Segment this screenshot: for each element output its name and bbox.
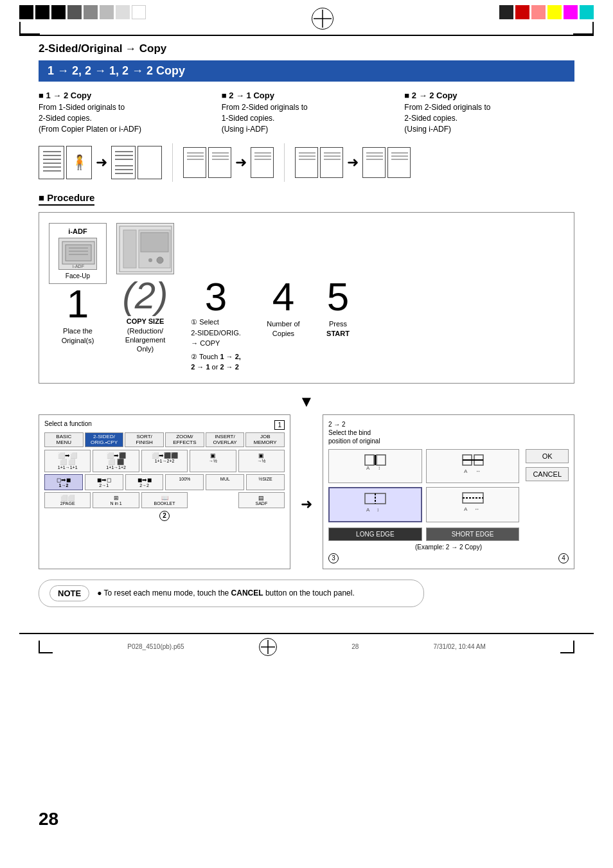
btn-halfsize[interactable]: ½SIZE [246, 474, 285, 490]
btn-nin1[interactable]: ⊞ N in 1 [93, 492, 139, 508]
big-arrow-2: ➜ [235, 154, 247, 171]
doc-output-1a [111, 146, 136, 179]
panel1-title: Select a function [44, 420, 92, 427]
face-up-label: Face-Up [56, 272, 100, 279]
svg-text:A: A [366, 507, 370, 513]
short-edge-btn[interactable]: SHORT EDGE [426, 527, 520, 541]
color-sq-red [515, 5, 529, 19]
panel2-example: (Example: 2 → 2 Copy) [328, 544, 569, 551]
iadf-drawing: i-ADF [58, 238, 97, 270]
panel-2: 2 → 2Select the bindposition of original… [323, 414, 574, 569]
step-3-number: 3 [205, 277, 227, 317]
copy-type-3: ■ 2 → 2 Copy From 2-Sided originals to2-… [404, 91, 574, 134]
panel-arrow: ➜ [301, 414, 312, 569]
btn-sadf[interactable]: ▤ SADF [238, 492, 285, 508]
section-title: 2-Sided/Original → Copy [39, 42, 574, 55]
step-5: 5 PressSTART [315, 223, 360, 338]
btn-2page[interactable]: ⬜⬜ 2PAGE [44, 492, 91, 508]
separator-1 [172, 143, 173, 182]
doc-2to2-out2 [387, 147, 411, 178]
bind-opt-a-vert-left[interactable]: A ↕ [328, 487, 422, 522]
copy-type-3-desc: From 2-Sided originals to2-Sided copies.… [404, 102, 574, 134]
btn-1to2[interactable]: ◻➡◼ 1→2 [44, 474, 83, 490]
footer-right: 7/31/02, 10:44 AM [434, 643, 486, 650]
doc-2to2-out1 [362, 147, 386, 178]
copy-type-2-desc: From 2-Sided originals to1-Sided copies.… [222, 102, 392, 134]
color-sq-pink [531, 5, 546, 19]
color-sq-cyan [580, 5, 594, 19]
menu-insertion[interactable]: INSERT/OVERLAY [206, 432, 245, 448]
diagram-2to1: ➜ [183, 147, 274, 178]
bind-opt-a-horiz[interactable]: A ↔ [426, 487, 520, 522]
btn-2to1[interactable]: ◼➡◻ 2→1 [85, 474, 123, 490]
btn-100pct[interactable]: 100% [165, 474, 204, 490]
menu-job[interactable]: JOBMEMORY [245, 432, 285, 448]
btn-1plus1-to-1plus1[interactable]: ⬜➡⬜⬜ ⬜ 1+1→1+1 [44, 450, 91, 472]
bind-opt-al[interactable]: A ↕ [328, 449, 422, 483]
white-sq [132, 5, 146, 19]
panel1-counter: 1 [274, 420, 285, 430]
step-3: 3 ① Select2-SIDED/ORIG.→ COPY ② Touch 1 … [181, 223, 251, 373]
footer-center: 28 [351, 643, 359, 650]
step-2-number: (2) [123, 277, 168, 314]
step-4-desc: Number ofCopies [267, 319, 299, 338]
big-arrow-3: ➜ [347, 154, 359, 171]
step-5-number: 5 [327, 277, 349, 317]
grid-row-2: ◻➡◼ 1→2 ◼➡◻ 2→1 ◼➡◼ 2→2 100% MUL [44, 474, 285, 490]
svg-text:A: A [464, 468, 468, 474]
menu-zoom[interactable]: ZOOM/EFFECTS [165, 432, 204, 448]
svg-rect-36 [66, 245, 91, 261]
step-1: i-ADF i-ADF Face-Up 1 Place theOriginal(… [46, 223, 110, 345]
step-4-number: 4 [272, 277, 294, 317]
svg-rect-44 [141, 233, 168, 252]
doc-icon-person: 🧍 [66, 146, 92, 179]
copy-type-2: ■ 2 → 1 Copy From 2-Sided originals to1-… [222, 91, 392, 134]
step-3-desc: ① Select2-SIDED/ORIG.→ COPY ② Touch 1 → … [191, 317, 241, 373]
menu-2sided[interactable]: 2-SIDED/ORIG.•CPY [85, 432, 124, 448]
svg-rect-42 [123, 230, 136, 268]
diagram-2to2: ➜ [295, 147, 411, 178]
btn-mul[interactable]: MUL [206, 474, 244, 490]
black-sq-2 [35, 5, 49, 19]
step-5-desc: PressSTART [326, 319, 350, 338]
svg-rect-47 [365, 455, 374, 465]
copy-type-1: ■ 1 → 2 Copy From 1-Sided originals to2-… [39, 91, 209, 134]
panel-1: Select a function 1 BASICMENU 2-SIDED/OR… [39, 414, 290, 569]
btn-half-1[interactable]: ▣ →½ [190, 450, 236, 472]
cancel-button[interactable]: CANCEL [526, 467, 569, 481]
svg-text:↔: ↔ [474, 506, 479, 512]
footer-crosshair [259, 638, 277, 656]
note-box: NOTE ● To reset each menu mode, touch th… [39, 580, 424, 607]
menu-basicmenu[interactable]: BASICMENU [44, 432, 84, 448]
panel2-title: 2 → 2Select the bindposition of original [328, 420, 569, 445]
panel-numbers: 3 4 [328, 553, 569, 563]
copy-type-1-title: ■ 1 → 2 Copy [39, 91, 209, 100]
iadf-box: i-ADF i-ADF Face-Up [49, 223, 107, 284]
btn-half-2[interactable]: ▣ →½ [238, 450, 285, 472]
separator-2 [284, 143, 285, 182]
menu-sort[interactable]: SORT/FINISH [125, 432, 164, 448]
ok-button[interactable]: OK [526, 449, 569, 463]
machine-illustration [116, 223, 174, 274]
btn-booklet[interactable]: 📖 BOOKLET [141, 492, 188, 508]
procedure-title: ■ Procedure [39, 192, 94, 206]
step-2: (2) COPY SIZE(Reduction/EnlargementOnly) [116, 223, 174, 353]
svg-rect-48 [377, 455, 386, 465]
btn-2to2[interactable]: ◼➡◼ 2→2 [125, 474, 164, 490]
doc-output-1b [138, 146, 162, 179]
btn-1plus1-to-1plus2[interactable]: ⬜➡⬛⬜ ⬛ 1+1→1+2 [93, 450, 139, 472]
gray-sq-4 [116, 5, 130, 19]
doc-2to1-in1 [183, 147, 206, 178]
svg-text:A: A [464, 506, 468, 512]
btn-1plus1-to-2plus2[interactable]: ⬜➡⬛⬛ 1+1→2+2 [141, 450, 188, 472]
note-label: NOTE [49, 585, 89, 601]
step-1-number: 1 [67, 284, 89, 324]
grid-row-1: ⬜➡⬜⬜ ⬜ 1+1→1+1 ⬜➡⬛⬜ ⬛ 1+1→1+2 ⬜➡⬛⬛ 1+1→2… [44, 450, 285, 472]
svg-point-46 [148, 258, 152, 262]
bind-opt-a-right[interactable]: A ↔ [426, 449, 520, 483]
long-edge-btn[interactable]: LONG EDGE [328, 527, 422, 541]
big-arrow-1: ➜ [96, 154, 107, 171]
grid-row-3: ⬜⬜ 2PAGE ⊞ N in 1 📖 BOOKLET ▤ SADF [44, 492, 285, 508]
arrow-down: ▼ [299, 393, 314, 411]
step-1-desc: Place theOriginal(s) [62, 326, 94, 345]
